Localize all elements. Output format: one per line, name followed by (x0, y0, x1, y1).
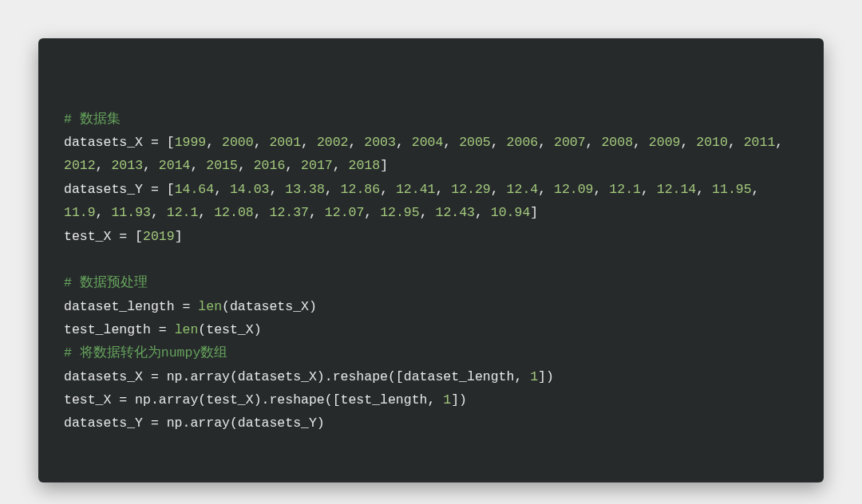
code-token: 13.38 (285, 182, 325, 197)
code-line: # 数据集 (64, 108, 798, 131)
code-token: # 将数据转化为numpy数组 (64, 345, 227, 360)
code-token: , (269, 182, 285, 197)
code-token: , (254, 135, 270, 150)
code-token: , (206, 135, 222, 150)
code-token: 12.43 (435, 205, 475, 220)
code-token: dataset_length = (64, 299, 198, 314)
code-token: , (641, 182, 657, 197)
code-content: # 数据集datasets_X = [1999, 2000, 2001, 200… (64, 108, 798, 435)
code-line: test_length = len(test_X) (64, 318, 798, 341)
code-token: 14.03 (230, 182, 270, 197)
code-line: # 数据预处理 (64, 271, 798, 294)
code-token: , (775, 135, 791, 150)
code-token: ]) (451, 392, 467, 408)
code-token: 12.29 (451, 182, 491, 197)
code-token: , (349, 135, 365, 150)
code-token: 2014 (159, 158, 191, 173)
code-token: , (380, 182, 396, 197)
code-token: test_X = np.array(test_X).reshape([test_… (64, 392, 443, 408)
code-token: len (198, 299, 222, 314)
code-token: ] (175, 229, 183, 244)
code-token: 12.07 (325, 205, 365, 220)
code-token: , (475, 205, 491, 220)
code-token: , (151, 205, 167, 220)
code-token: datasets_X = [ (64, 135, 175, 150)
code-token: , (309, 205, 325, 220)
code-token: , (96, 158, 112, 173)
code-token: , (633, 135, 649, 150)
code-line: test_X = [2019] (64, 225, 798, 248)
code-token: datasets_X = np.array(datasets_X).reshap… (64, 369, 530, 384)
code-token: 2019 (143, 229, 175, 244)
code-token: , (538, 135, 554, 150)
code-token: 2002 (317, 135, 349, 150)
code-token: , (443, 135, 459, 150)
code-token: 12.4 (507, 182, 539, 197)
code-line (64, 248, 798, 271)
code-token: ] (380, 158, 388, 173)
code-token: 2007 (554, 135, 586, 150)
code-token: , (491, 182, 507, 197)
code-line: datasets_Y = np.array(datasets_Y) (64, 411, 798, 435)
code-token: , (435, 182, 451, 197)
code-token: 2015 (206, 158, 238, 173)
code-token: , (364, 205, 380, 220)
code-token: 2012 (64, 158, 96, 173)
code-block: # 数据集datasets_X = [1999, 2000, 2001, 200… (38, 38, 824, 482)
code-token: 2004 (412, 135, 444, 150)
code-token: 2018 (349, 158, 381, 173)
code-token: 2011 (744, 135, 776, 150)
code-token: 12.37 (270, 205, 310, 220)
code-token: , (285, 158, 301, 173)
code-line: datasets_X = [1999, 2000, 2001, 2002, 20… (64, 131, 798, 178)
code-line: dataset_length = len(datasets_X) (64, 295, 798, 318)
code-token: datasets_Y = [ (64, 182, 175, 197)
code-token: 2000 (222, 135, 254, 150)
code-token: , (214, 182, 230, 197)
code-token: , (538, 182, 554, 197)
code-token: 14.64 (175, 182, 215, 197)
code-token: , (238, 158, 254, 173)
code-token: 12.41 (396, 182, 436, 197)
code-token: 2006 (507, 135, 539, 150)
code-token: , (396, 135, 412, 150)
code-token: , (325, 182, 341, 197)
code-token: , (96, 205, 112, 220)
code-token: , (680, 135, 696, 150)
code-token: 2005 (459, 135, 491, 150)
code-token: 1 (443, 392, 451, 408)
code-token: 2010 (696, 135, 728, 150)
code-token: (test_X) (198, 322, 261, 337)
code-token: 11.93 (111, 205, 151, 220)
code-token: 11.9 (64, 205, 96, 220)
code-token: ] (530, 205, 538, 220)
code-token: , (420, 205, 436, 220)
code-token: (datasets_X) (222, 299, 317, 314)
code-token: # 数据预处理 (64, 275, 148, 290)
code-token: 12.95 (380, 205, 420, 220)
code-token: , (143, 158, 159, 173)
code-line: # 将数据转化为numpy数组 (64, 341, 798, 364)
code-token: 12.14 (657, 182, 697, 197)
code-token: , (594, 182, 610, 197)
code-line: datasets_X = np.array(datasets_X).reshap… (64, 365, 798, 388)
code-token: 12.1 (609, 182, 641, 197)
code-token: , (333, 158, 349, 173)
code-token: test_length = (64, 322, 175, 337)
code-token: 12.09 (554, 182, 594, 197)
code-token: test_X = [ (64, 229, 143, 244)
code-token: 1 (530, 369, 538, 384)
code-token: , (254, 205, 270, 220)
code-token: len (175, 322, 199, 337)
code-token: , (491, 135, 507, 150)
code-token: datasets_Y = np.array(datasets_Y) (64, 415, 325, 431)
code-token: 11.95 (712, 182, 752, 197)
code-token: ]) (538, 369, 554, 384)
code-token: , (696, 182, 712, 197)
code-token: 2016 (254, 158, 286, 173)
code-token: 2008 (601, 135, 633, 150)
code-token: 2003 (364, 135, 396, 150)
code-token: , (190, 158, 206, 173)
code-token: , (728, 135, 744, 150)
code-token: 2001 (269, 135, 301, 150)
